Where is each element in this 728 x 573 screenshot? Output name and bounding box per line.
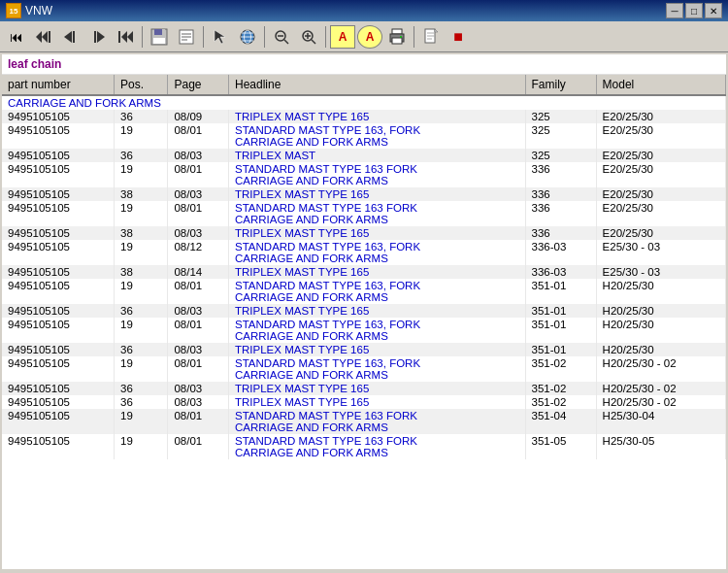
page-cell: 08/01: [168, 356, 229, 382]
table-row: CARRIAGE AND FORK ARMS: [2, 95, 726, 110]
headline-cell[interactable]: STANDARD MAST TYPE 163, FORKCARRIAGE AND…: [229, 279, 526, 304]
minimize-button[interactable]: ─: [666, 3, 683, 18]
family-cell: 336: [525, 201, 596, 226]
pos-cell: 19: [115, 123, 168, 149]
table-row: 94951051053808/03TRIPLEX MAST TYPE 16533…: [2, 226, 726, 240]
headline-cell[interactable]: STANDARD MAST TYPE 163 FORKCARRIAGE AND …: [229, 201, 526, 226]
svg-marker-3: [64, 31, 72, 43]
page-cell: 08/01: [168, 123, 229, 149]
pos-cell: 19: [115, 162, 168, 187]
stop-button[interactable]: ■: [446, 25, 471, 49]
family-cell: 351-01: [525, 318, 596, 343]
headline-cell[interactable]: STANDARD MAST TYPE 163, FORKCARRIAGE AND…: [229, 356, 526, 382]
svg-marker-36: [435, 29, 438, 32]
headline-cell[interactable]: STANDARD MAST TYPE 163 FORKCARRIAGE AND …: [229, 434, 526, 459]
table-row: 94951051053808/03TRIPLEX MAST TYPE 16533…: [2, 187, 726, 201]
family-cell: 336: [525, 187, 596, 201]
svg-rect-7: [118, 31, 120, 43]
window-title: VNW: [25, 4, 52, 17]
save-button[interactable]: [147, 25, 172, 49]
page-cell: 08/01: [168, 434, 229, 459]
sep3: [264, 26, 265, 48]
model-cell: H20/25/30: [596, 343, 725, 356]
page-cell: 08/01: [168, 201, 229, 226]
part-number-cell: 9495105105: [2, 110, 115, 123]
table-row: 94951051051908/01STANDARD MAST TYPE 163 …: [2, 201, 726, 226]
table-row: 94951051053608/03TRIPLEX MAST TYPE 16535…: [2, 343, 726, 356]
svg-marker-18: [215, 30, 225, 44]
family-cell: 351-02: [525, 395, 596, 409]
part-number-cell: 9495105105: [2, 240, 115, 265]
family-cell: 351-04: [525, 409, 596, 434]
a1-button[interactable]: A: [330, 25, 355, 49]
svg-marker-1: [42, 31, 48, 43]
first-button[interactable]: ⏮: [4, 25, 29, 49]
app-icon: 15: [6, 3, 21, 18]
a2-button[interactable]: A: [357, 25, 382, 49]
headline-cell[interactable]: TRIPLEX MAST TYPE 165: [229, 343, 526, 356]
pos-cell: 36: [115, 149, 168, 162]
table-row: 94951051051908/01STANDARD MAST TYPE 163,…: [2, 318, 726, 343]
svg-marker-9: [127, 31, 133, 43]
headline-cell[interactable]: STANDARD MAST TYPE 163, FORKCARRIAGE AND…: [229, 123, 526, 149]
part-number-cell: 9495105105: [2, 343, 115, 356]
maximize-button[interactable]: □: [685, 3, 703, 18]
headline-cell[interactable]: TRIPLEX MAST TYPE 165: [229, 187, 526, 201]
headline-cell[interactable]: STANDARD MAST TYPE 163 FORKCARRIAGE AND …: [229, 409, 526, 434]
headline-cell[interactable]: STANDARD MAST TYPE 163, FORKCARRIAGE AND…: [229, 240, 526, 265]
headline-cell[interactable]: CARRIAGE AND FORK ARMS: [2, 95, 726, 110]
pos-cell: 36: [115, 343, 168, 356]
headline-cell[interactable]: STANDARD MAST TYPE 163, FORKCARRIAGE AND…: [229, 318, 526, 343]
table-container[interactable]: part number Pos. Page Headline Family Mo…: [2, 75, 726, 569]
part-number-cell: 9495105105: [2, 265, 115, 279]
print-button[interactable]: [384, 25, 410, 49]
headline-cell[interactable]: TRIPLEX MAST TYPE 165: [229, 110, 526, 123]
model-cell: H20/25/30 - 02: [596, 395, 725, 409]
headline-cell[interactable]: TRIPLEX MAST TYPE 165: [229, 382, 526, 395]
col-pos: Pos.: [115, 75, 168, 95]
next-button[interactable]: [85, 25, 111, 49]
pos-cell: 19: [115, 409, 168, 434]
table-row: 94951051051908/01STANDARD MAST TYPE 163,…: [2, 123, 726, 149]
part-number-cell: 9495105105: [2, 187, 115, 201]
zoom-out-button[interactable]: [269, 25, 294, 49]
family-cell: 325: [525, 110, 596, 123]
model-cell: E25/30 - 03: [596, 265, 725, 279]
svg-line-28: [312, 40, 315, 44]
last-button[interactable]: [113, 25, 138, 49]
part-number-cell: 9495105105: [2, 149, 115, 162]
family-cell: 351-01: [525, 304, 596, 318]
table-row: 94951051051908/01STANDARD MAST TYPE 163 …: [2, 409, 726, 434]
model-cell: H20/25/30: [596, 279, 725, 304]
headline-cell[interactable]: TRIPLEX MAST TYPE 165: [229, 226, 526, 240]
pos-cell: 36: [115, 110, 168, 123]
family-cell: 325: [525, 123, 596, 149]
leaf-chain-header: leaf chain: [2, 54, 726, 75]
svg-point-34: [400, 36, 402, 38]
cursor-button[interactable]: [208, 25, 233, 49]
svg-marker-8: [121, 31, 127, 43]
headline-cell[interactable]: TRIPLEX MAST TYPE 165: [229, 395, 526, 409]
page-cell: 08/01: [168, 162, 229, 187]
headline-cell[interactable]: STANDARD MAST TYPE 163 FORKCARRIAGE AND …: [229, 162, 526, 187]
model-cell: E20/25/30: [596, 110, 725, 123]
zoom-in-button[interactable]: [296, 25, 321, 49]
headline-cell[interactable]: TRIPLEX MAST TYPE 165: [229, 304, 526, 318]
page-cell: 08/03: [168, 226, 229, 240]
globe-button[interactable]: [235, 25, 260, 49]
page-cell: 08/03: [168, 304, 229, 318]
pos-cell: 19: [115, 356, 168, 382]
svg-rect-11: [154, 29, 162, 35]
part-number-cell: 9495105105: [2, 201, 115, 226]
headline-cell[interactable]: TRIPLEX MAST TYPE 165: [229, 265, 526, 279]
window-controls[interactable]: ─ □ ✕: [666, 3, 722, 18]
prev-prev-button[interactable]: [31, 25, 56, 49]
headline-cell[interactable]: TRIPLEX MAST: [229, 149, 526, 162]
page-button[interactable]: [418, 25, 444, 49]
edit-button[interactable]: [174, 25, 199, 49]
page-cell: 08/14: [168, 265, 229, 279]
close-button[interactable]: ✕: [705, 3, 722, 18]
svg-rect-2: [49, 31, 50, 43]
prev-button[interactable]: [58, 25, 83, 49]
family-cell: 351-01: [525, 279, 596, 304]
